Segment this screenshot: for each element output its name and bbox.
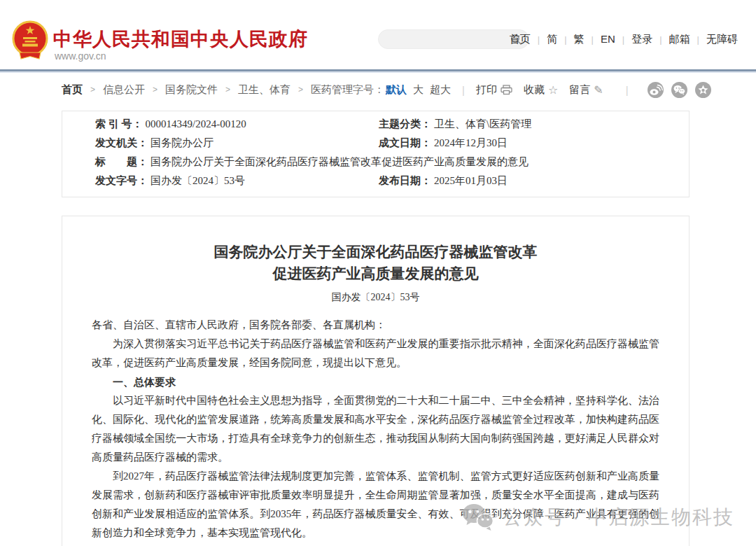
- meta-topic-value: 卫生、体育\医药管理: [434, 115, 531, 134]
- nav-separator: |: [659, 34, 662, 45]
- meta-row: 标 题： 国务院办公厅关于全面深化药品医疗器械监管改革促进医药产业高质量发展的意…: [62, 153, 689, 172]
- font-size-xlarge-button[interactable]: 超大: [430, 83, 451, 97]
- body-paragraph: 以习近平新时代中国特色社会主义思想为指导，全面贯彻党的二十大和二十届二中、三中全…: [92, 391, 659, 467]
- search-input[interactable]: [387, 31, 509, 48]
- star-icon: ☆: [548, 83, 558, 97]
- nav-separator: |: [564, 34, 566, 45]
- site-title[interactable]: 中华人民共和国中央人民政府: [53, 27, 308, 52]
- print-label: 打印: [476, 83, 497, 97]
- watermark-text: 公众号 · 中启源生物科技: [503, 504, 734, 531]
- nav-simplified[interactable]: 简: [545, 33, 559, 45]
- meta-date-pub-label: 发布日期：: [379, 172, 431, 190]
- font-size-large-button[interactable]: 大: [413, 83, 424, 97]
- toolbar-separator: |: [462, 84, 465, 96]
- wechat-watermark-icon: [462, 503, 494, 532]
- font-size-default-button[interactable]: 默认: [386, 83, 407, 97]
- nav-accessibility[interactable]: 无障碍: [705, 33, 739, 45]
- nav-traditional[interactable]: 繁: [573, 33, 586, 45]
- breadcrumb-info-disclosure[interactable]: 信息公开: [103, 83, 145, 97]
- watermark: 公众号 · 中启源生物科技: [462, 503, 734, 532]
- salutation-paragraph: 各省、自治区、直辖市人民政府，国务院各部委、各直属机构：: [92, 316, 659, 335]
- site-header: 中华人民共和国中央人民政府 www.gov.cn 首页|简|繁|EN|登录|邮箱…: [0, 0, 756, 69]
- body-paragraph: 为深入贯彻落实习近平总书记关于药品医疗器械监管和医药产业发展的重要指示批示精神，…: [92, 335, 659, 372]
- meta-title-label: 标 题：: [95, 153, 148, 172]
- font-size-label: 字号：: [353, 83, 384, 97]
- meta-agency-label: 发文机关：: [95, 134, 148, 153]
- pencil-icon: ✎: [594, 83, 603, 97]
- page-toolbar: 字号： 默认 大 超大 | 打印 收藏 ☆ 留言 ✎ |: [353, 82, 711, 98]
- breadcrumb-separator: >: [298, 85, 303, 94]
- meta-title-value: 国务院办公厅关于全面深化药品医疗器械监管改革促进医药产业高质量发展的意见: [150, 153, 528, 172]
- share-buttons: [640, 82, 711, 98]
- document-title: 国务院办公厅关于全面深化药品医疗器械监管改革 促进医药产业高质量发展的意见: [62, 241, 689, 285]
- meta-docno-value: 国办发〔2024〕53号: [150, 172, 245, 190]
- meta-row: 索 引 号： 000014349/2024-00120 主题分类： 卫生、体育\…: [62, 115, 689, 134]
- nav-home[interactable]: 首页: [508, 33, 532, 45]
- breadcrumb-state-council-docs[interactable]: 国务院文件: [165, 83, 218, 97]
- toolbar-separator: |: [626, 84, 629, 96]
- header-divider-light: [0, 71, 756, 73]
- weibo-share-icon[interactable]: [648, 82, 664, 98]
- qzone-share-icon[interactable]: [695, 82, 711, 98]
- breadcrumb-separator: >: [90, 85, 95, 94]
- favorite-button[interactable]: 收藏 ☆: [524, 83, 558, 97]
- top-nav: 首页|简|繁|EN|登录|邮箱|无障碍: [508, 33, 739, 46]
- nav-separator: |: [622, 34, 624, 45]
- meta-row: 发文机关： 国务院办公厅 成文日期： 2024年12月30日: [62, 134, 689, 153]
- nav-mail[interactable]: 邮箱: [668, 33, 692, 45]
- meta-topic-label: 主题分类：: [379, 115, 431, 134]
- comment-button[interactable]: 留言 ✎: [569, 83, 603, 97]
- nav-english[interactable]: EN: [599, 33, 617, 45]
- breadcrumb-home[interactable]: 首页: [62, 83, 83, 97]
- nav-separator: |: [538, 34, 540, 45]
- breadcrumb-separator: >: [225, 85, 230, 94]
- print-button[interactable]: 打印: [476, 83, 512, 97]
- meta-docno-label: 发文字号：: [95, 172, 148, 190]
- meta-index-label: 索 引 号：: [95, 115, 143, 134]
- meta-row: 发文字号： 国办发〔2024〕53号 发布日期： 2025年01月03日: [62, 172, 689, 190]
- section-heading-2: 二、加大对药品医疗器械研发创新的支持力度: [92, 542, 659, 546]
- document-title-line2: 促进医药产业高质量发展的意见: [62, 263, 689, 285]
- breadcrumb-separator: >: [153, 85, 158, 94]
- search-box[interactable]: [378, 29, 529, 49]
- meta-index-value: 000014349/2024-00120: [146, 115, 246, 134]
- printer-icon: [500, 85, 512, 95]
- document-number: 国办发〔2024〕53号: [62, 291, 689, 304]
- national-emblem-icon[interactable]: [11, 20, 49, 60]
- nav-separator: |: [592, 34, 594, 45]
- comment-label: 留言: [569, 83, 590, 97]
- meta-date-written-value: 2024年12月30日: [434, 134, 507, 153]
- site-url: www.gov.cn: [55, 50, 106, 62]
- document-metadata-box: 索 引 号： 000014349/2024-00120 主题分类： 卫生、体育\…: [62, 111, 690, 197]
- nav-separator: |: [697, 34, 699, 45]
- breadcrumb-health-sports[interactable]: 卫生、体育: [238, 83, 290, 97]
- document-content-box: 国务院办公厅关于全面深化药品医疗器械监管改革 促进医药产业高质量发展的意见 国办…: [62, 216, 690, 546]
- nav-login[interactable]: 登录: [630, 33, 654, 45]
- breadcrumb: 首页 > 信息公开 > 国务院文件 > 卫生、体育 > 医药管理: [62, 83, 353, 97]
- meta-agency-value: 国务院办公厅: [150, 134, 214, 153]
- section-heading-1: 一、总体要求: [92, 372, 659, 391]
- document-title-line1: 国务院办公厅关于全面深化药品医疗器械监管改革: [62, 241, 689, 263]
- favorite-label: 收藏: [524, 83, 545, 97]
- breadcrumb-toolbar-row: 首页 > 信息公开 > 国务院文件 > 卫生、体育 > 医药管理 字号： 默认 …: [62, 81, 690, 98]
- meta-date-written-label: 成文日期：: [379, 134, 431, 153]
- wechat-share-icon[interactable]: [671, 82, 687, 98]
- breadcrumb-pharma-admin[interactable]: 医药管理: [311, 83, 353, 97]
- gov-cn-page: 中华人民共和国中央人民政府 www.gov.cn 首页|简|繁|EN|登录|邮箱…: [0, 0, 756, 546]
- meta-date-pub-value: 2025年01月03日: [434, 172, 507, 190]
